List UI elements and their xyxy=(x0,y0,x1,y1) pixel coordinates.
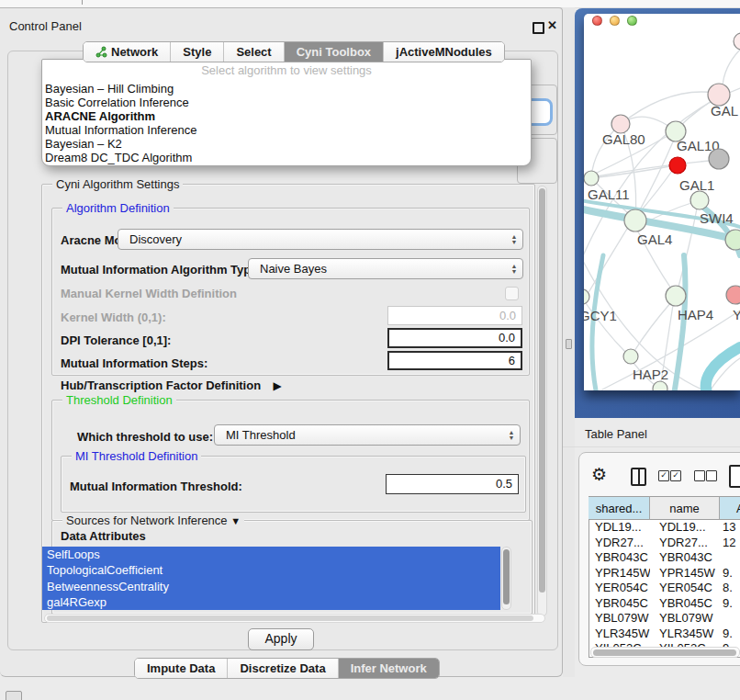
splitter-handle[interactable] xyxy=(566,339,572,349)
table-cell: 9. xyxy=(719,627,740,642)
list-item[interactable]: SelfLoops xyxy=(42,547,500,562)
panel-tabbar: Network Style Select Cyni Toolbox jActiv… xyxy=(83,41,505,62)
tab-cyni-toolbox[interactable]: Cyni Toolbox xyxy=(284,42,383,62)
document-icon[interactable] xyxy=(729,465,740,488)
checked-checkbox-icon[interactable]: ✓ xyxy=(658,470,669,481)
table-cell: YPR145W xyxy=(650,566,719,581)
network-node[interactable] xyxy=(709,149,729,169)
column-header-shared-name[interactable]: shared... xyxy=(589,496,650,520)
network-node-label: GAL80 xyxy=(602,131,645,147)
stepper-arrows-icon: ▲▼ xyxy=(509,230,520,249)
network-node-label: HAP4 xyxy=(678,307,713,322)
dropdown-option[interactable]: Mutual Information Inference xyxy=(45,123,522,137)
network-node[interactable] xyxy=(611,115,630,133)
tab-jactivemnodules[interactable]: jActiveMNodules xyxy=(383,42,504,62)
which-threshold-combo[interactable]: MI Threshold ▲▼ xyxy=(214,424,521,446)
table-cell: YLR345W xyxy=(589,627,650,642)
network-edge xyxy=(637,140,674,215)
list-item[interactable]: BetweennessCentrality xyxy=(42,579,500,594)
tab-label: Network xyxy=(111,45,158,59)
corner-button[interactable] xyxy=(6,691,22,700)
settings-horizontal-scrollbar[interactable] xyxy=(44,614,545,623)
table-row[interactable]: YBL079WYBL079W xyxy=(589,611,740,627)
network-graph[interactable]: GALGAL80GAL10GAL1GAL11GAL4SWI4GCY1HAP4YH… xyxy=(584,14,740,390)
network-node[interactable] xyxy=(623,349,638,364)
network-node[interactable] xyxy=(624,209,646,231)
stepper-arrows-icon: ▲▼ xyxy=(509,259,520,278)
table-cell: 13 xyxy=(719,520,740,536)
table-panel-title: Table Panel xyxy=(585,427,647,441)
table-row[interactable]: YLR345WYLR345W9. xyxy=(589,627,740,642)
mi-steps-field[interactable]: 6 xyxy=(387,351,522,370)
manual-kernel-label: Manual Kernel Width Definition xyxy=(61,287,237,300)
list-item[interactable]: TopologicalCoefficient xyxy=(42,562,500,578)
tab-impute-data[interactable]: Impute Data xyxy=(135,659,227,678)
network-node[interactable] xyxy=(725,230,740,250)
network-node[interactable] xyxy=(653,381,667,390)
network-node[interactable] xyxy=(584,171,599,186)
tab-discretize-data[interactable]: Discretize Data xyxy=(227,659,337,678)
column-header-name[interactable]: name xyxy=(650,496,720,520)
table-row[interactable]: YBR045CYBR045C9. xyxy=(589,596,740,612)
table-row[interactable]: YPR145WYPR145W9. xyxy=(589,566,740,581)
column-header-partial[interactable]: A xyxy=(720,496,740,520)
list-item[interactable]: gal4RGexp xyxy=(42,594,500,610)
table-row[interactable]: YER054CYER054C8. xyxy=(589,581,740,596)
network-edge xyxy=(591,166,670,178)
tab-select[interactable]: Select xyxy=(223,42,283,62)
network-edge xyxy=(597,161,710,176)
table-row[interactable]: YDR27...YDR27...12 xyxy=(589,536,740,551)
checked-checkbox-icon[interactable]: ✓ xyxy=(670,470,681,481)
table-cell: YBR043C xyxy=(589,550,650,566)
dropdown-option-highlighted[interactable]: ARACNE Algorithm xyxy=(45,109,522,123)
unchecked-checkbox-icon[interactable] xyxy=(706,470,717,481)
network-node[interactable] xyxy=(726,286,740,304)
mi-threshold-field[interactable]: 0.5 xyxy=(386,474,519,494)
network-icon xyxy=(95,44,107,56)
table-cell: YBR045C xyxy=(650,596,719,612)
apply-button[interactable]: Apply xyxy=(248,628,314,650)
combo-value: Discovery xyxy=(129,230,182,249)
tab-network[interactable]: Network xyxy=(84,42,170,62)
dropdown-option[interactable]: Bayesian – K2 xyxy=(45,137,522,151)
dropdown-option[interactable]: Bayesian – Hill Climbing xyxy=(45,82,522,96)
table-cell: YBL079W xyxy=(650,611,719,627)
sources-title[interactable]: Sources for Network Inference ▼ xyxy=(62,514,244,527)
table-cell xyxy=(719,550,740,566)
hub-factor-expander[interactable]: Hub/Transcription Factor Definition ▶ xyxy=(61,377,282,393)
column-split-icon[interactable] xyxy=(631,468,646,486)
group-title: MI Threshold Definition xyxy=(72,450,201,462)
table-cell: YPR145W xyxy=(589,566,650,581)
network-canvas-window[interactable]: GALGAL80GAL10GAL1GAL11GAL4SWI4GCY1HAP4YH… xyxy=(584,14,740,390)
table-horizontal-scrollbar[interactable] xyxy=(590,647,740,658)
unchecked-checkbox-icon[interactable] xyxy=(694,470,705,481)
dropdown-option[interactable]: Dream8 DC_TDC Algorithm xyxy=(45,151,522,164)
table-row[interactable]: YDL19...YDL19...13 xyxy=(589,520,740,536)
network-node[interactable] xyxy=(734,33,740,50)
network-node[interactable] xyxy=(666,286,686,306)
mi-algorithm-type-label: Mutual Information Algorithm Type: xyxy=(61,263,262,277)
data-attributes-label: Data Attributes xyxy=(61,529,146,543)
tab-style[interactable]: Style xyxy=(170,42,223,62)
settings-vertical-scrollbar[interactable] xyxy=(537,186,547,616)
kernel-width-field[interactable]: 0.0 xyxy=(387,306,522,325)
network-node-label: GCY1 xyxy=(584,308,617,323)
dropdown-option[interactable]: Basic Correlation Inference xyxy=(45,96,522,109)
network-node[interactable] xyxy=(690,191,709,209)
combo-value: Naive Bayes xyxy=(260,259,327,278)
mi-algorithm-type-combo[interactable]: Naive Bayes ▲▼ xyxy=(248,258,523,279)
dropdown-placeholder: Select algorithm to view settings xyxy=(42,63,531,77)
table-row[interactable]: YBR043CYBR043C xyxy=(589,550,740,566)
data-attributes-list: SelfLoops TopologicalCoefficient Between… xyxy=(42,547,500,610)
tab-infer-network[interactable]: Infer Network xyxy=(338,659,439,678)
network-node[interactable] xyxy=(669,157,686,174)
dpi-tolerance-label: DPI Tolerance [0,1]: xyxy=(61,333,171,347)
aracne-mode-combo[interactable]: Discovery ▲▼ xyxy=(118,229,523,250)
close-icon[interactable]: ✕ xyxy=(547,18,557,32)
attributes-scrollbar[interactable] xyxy=(501,547,511,610)
float-window-icon[interactable] xyxy=(533,22,544,34)
dpi-tolerance-field[interactable]: 0.0 xyxy=(387,328,522,348)
gear-icon[interactable]: ⚙ xyxy=(591,465,607,485)
manual-kernel-checkbox[interactable] xyxy=(505,287,519,300)
bottom-tabbar: Impute Data Discretize Data Infer Networ… xyxy=(134,658,440,679)
